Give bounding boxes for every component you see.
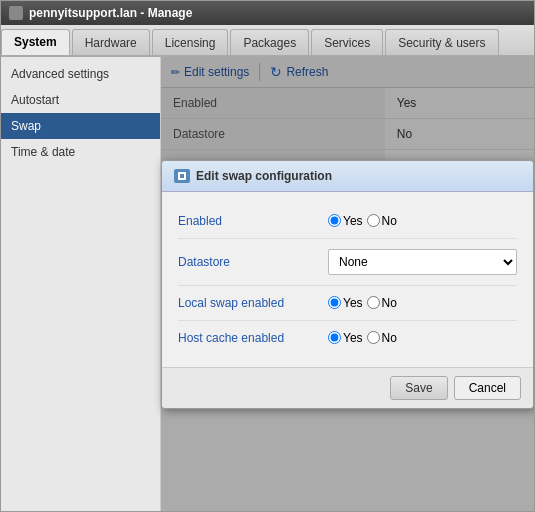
tab-licensing[interactable]: Licensing	[152, 29, 229, 55]
radio-group-host-cache: Yes No	[328, 331, 397, 345]
title-bar: pennyitsupport.lan - Manage	[1, 1, 534, 25]
form-row-host-cache: Host cache enabled Yes No	[178, 321, 517, 355]
tab-packages[interactable]: Packages	[230, 29, 309, 55]
svg-rect-1	[180, 174, 184, 178]
sidebar-item-time-date[interactable]: Time & date	[1, 139, 160, 165]
tabs-bar: System Hardware Licensing Packages Servi…	[1, 25, 534, 57]
sidebar-item-swap[interactable]: Swap	[1, 113, 160, 139]
modal-body: Enabled Yes No	[162, 192, 533, 367]
cancel-button[interactable]: Cancel	[454, 376, 521, 400]
control-host-cache: Yes No	[328, 331, 517, 345]
label-datastore: Datastore	[178, 255, 328, 269]
save-button[interactable]: Save	[390, 376, 447, 400]
modal-header-icon	[174, 169, 190, 183]
control-datastore: None	[328, 249, 517, 275]
label-host-cache: Host cache enabled	[178, 331, 328, 345]
form-row-local-swap: Local swap enabled Yes No	[178, 286, 517, 321]
tab-services[interactable]: Services	[311, 29, 383, 55]
modal-title: Edit swap configuration	[196, 169, 332, 183]
radio-enabled-no[interactable]: No	[367, 214, 397, 228]
control-local-swap: Yes No	[328, 296, 517, 310]
control-enabled: Yes No	[328, 214, 517, 228]
tab-hardware[interactable]: Hardware	[72, 29, 150, 55]
radio-enabled-yes[interactable]: Yes	[328, 214, 363, 228]
radio-local-swap-no[interactable]: No	[367, 296, 397, 310]
datastore-select[interactable]: None	[328, 249, 517, 275]
sidebar: Advanced settings Autostart Swap Time & …	[1, 57, 161, 511]
radio-local-swap-yes[interactable]: Yes	[328, 296, 363, 310]
modal-overlay: Edit swap configuration Enabled Yes	[161, 57, 534, 511]
form-row-enabled: Enabled Yes No	[178, 204, 517, 239]
window-icon	[9, 6, 23, 20]
radio-host-cache-yes[interactable]: Yes	[328, 331, 363, 345]
tab-system[interactable]: System	[1, 29, 70, 55]
label-enabled: Enabled	[178, 214, 328, 228]
radio-group-enabled: Yes No	[328, 214, 397, 228]
main-content: Advanced settings Autostart Swap Time & …	[1, 57, 534, 511]
tab-security-users[interactable]: Security & users	[385, 29, 498, 55]
sidebar-item-advanced-settings[interactable]: Advanced settings	[1, 61, 160, 87]
window-title: pennyitsupport.lan - Manage	[29, 6, 192, 20]
modal-header: Edit swap configuration	[162, 161, 533, 192]
label-local-swap: Local swap enabled	[178, 296, 328, 310]
sidebar-item-autostart[interactable]: Autostart	[1, 87, 160, 113]
form-row-datastore: Datastore None	[178, 239, 517, 286]
modal-edit-swap: Edit swap configuration Enabled Yes	[161, 160, 534, 409]
radio-group-local-swap: Yes No	[328, 296, 397, 310]
modal-footer: Save Cancel	[162, 367, 533, 408]
radio-host-cache-no[interactable]: No	[367, 331, 397, 345]
